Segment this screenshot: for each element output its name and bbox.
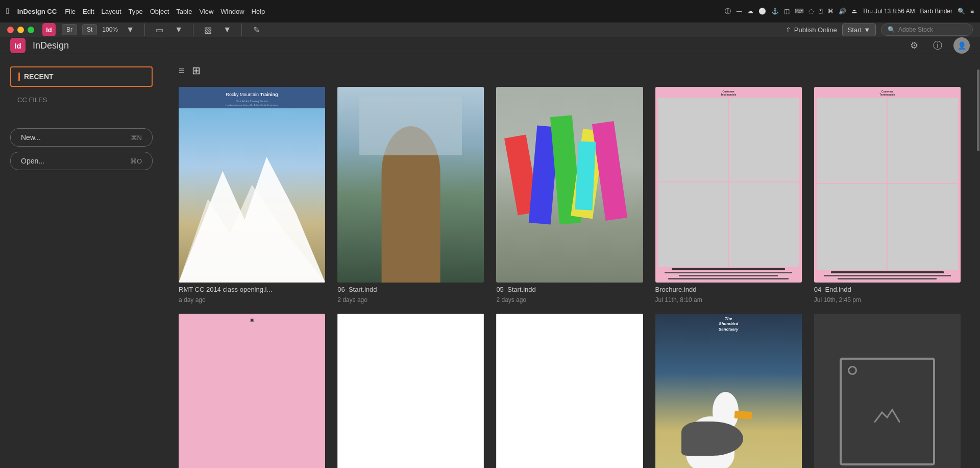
file-item[interactable]: Magazine.indd Jul 10th, 11:21 am (337, 314, 484, 468)
publish-online-label: Publish Online (794, 26, 837, 34)
stock-btn[interactable]: St (82, 24, 97, 35)
menu-edit[interactable]: Edit (83, 8, 94, 15)
menubar-cloud-icon: ☁ (747, 8, 753, 15)
file-grid: Rocky Mountain Training Your Adobe Train… (179, 87, 961, 468)
recent-label: RECENT (24, 73, 54, 81)
adobe-stock-search[interactable]: 🔍 Adobe Stock (881, 24, 973, 36)
new-label: New... (21, 133, 41, 142)
layout-icon[interactable]: ▧ (201, 22, 215, 37)
toolbar-right: ⇧ Publish Online Start ▼ 🔍 Adobe Stock (786, 24, 973, 36)
app-title: InDesign (33, 40, 69, 51)
user-avatar[interactable]: 👤 (953, 37, 970, 54)
grid-view-btn[interactable]: ⊞ (192, 64, 201, 77)
id-logo-small: Id (42, 23, 56, 36)
menubar-question-icon: ⓘ (725, 7, 731, 16)
close-button[interactable] (7, 27, 14, 33)
file-name: 05_Start.indd (496, 286, 643, 293)
file-name: 04_End.indd (814, 286, 961, 293)
id-logo-large: Id (10, 38, 26, 53)
menu-file[interactable]: File (65, 8, 76, 15)
layout-dropdown[interactable]: ▼ (220, 22, 234, 37)
sep2 (193, 24, 193, 36)
menubar-battery-icon: ⏏ (851, 8, 857, 15)
file-name: 06_Start.indd (337, 286, 484, 293)
app-name[interactable]: InDesign CC (17, 8, 57, 15)
file-thumbnail: TheShorebirdSanctuary (655, 314, 802, 468)
zoom-dropdown[interactable]: ▼ (123, 22, 137, 37)
menu-type[interactable]: Type (129, 8, 143, 15)
file-item[interactable]: Rocky Mountain Training Your Adobe Train… (179, 87, 325, 303)
file-name: RMT CC 2014 class opening.i... (179, 286, 325, 293)
scrollbar[interactable] (976, 54, 980, 468)
open-btn[interactable]: Open... ⌘O (10, 152, 153, 170)
menubar-right: ⓘ ⸻ ☁ ⚪ ⚓ ◫ ⌨ ◌ ⍞ ⌘ 🔊 ⏏ Thu Jul 13 8:56 … (725, 7, 974, 16)
file-name: Brochure.indd (655, 286, 802, 293)
menubar-bookmark-icon: ⚓ (771, 8, 779, 15)
file-item[interactable]: TheShorebirdSanctuary (655, 314, 802, 468)
file-item[interactable]: CustomerTestimonials 04 (814, 87, 961, 303)
start-chevron: ▼ (864, 26, 870, 34)
file-thumbnail (496, 87, 643, 283)
menubar-volume-icon: 🔊 (839, 8, 846, 15)
menubar-time: Thu Jul 13 8:56 AM (862, 8, 915, 15)
menubar-search-icon[interactable]: 🔍 (958, 8, 965, 15)
search-icon: 🔍 (888, 26, 895, 33)
scroll-thumb[interactable] (977, 69, 979, 151)
maximize-button[interactable] (28, 27, 34, 33)
publish-online-btn[interactable]: ⇧ Publish Online (786, 26, 837, 34)
start-dropdown[interactable]: Start ▼ (842, 24, 876, 36)
menubar-monitor-icon: ⌨ (795, 8, 803, 15)
content-wrapper: RECENT CC FILES New... ⌘N Open... ⌘O ≡ ⊞ (0, 54, 980, 468)
zoom-level[interactable]: 100% (102, 26, 118, 33)
menubar-bluetooth-icon: ⍞ (819, 8, 822, 15)
file-thumbnail: CustomerTestimonials (814, 87, 961, 283)
file-thumbnail (337, 314, 484, 468)
minimize-button[interactable] (17, 27, 24, 33)
file-item[interactable]: ▣ 04_Start.indd Jul 10th (179, 314, 325, 468)
open-shortcut: ⌘O (130, 157, 142, 165)
settings-icon[interactable]: ⚙ (906, 38, 922, 53)
header-right: ⚙ ⓘ 👤 (906, 37, 970, 54)
file-date: 2 days ago (496, 296, 643, 303)
menubar-screen-icon: ◫ (784, 8, 790, 15)
open-label: Open... (21, 157, 44, 165)
file-item[interactable]: 26-4.indb Jul 6th, 2:40 pm (814, 314, 961, 468)
file-item[interactable]: 03_End.indd Jul 10th, 10:55 am (496, 314, 643, 468)
menubar-clock-icon: ◌ (808, 8, 814, 15)
pen-icon[interactable]: ✎ (249, 22, 263, 37)
sep1 (144, 24, 145, 36)
menu-items: File Edit Layout Type Object Table View … (65, 8, 265, 15)
new-btn[interactable]: New... ⌘N (10, 128, 153, 147)
file-date: a day ago (179, 296, 325, 303)
file-item[interactable]: 05_Start.indd 2 days ago (496, 87, 643, 303)
menubar-dropbox-icon: ⸻ (736, 8, 742, 15)
menubar-user[interactable]: Barb Binder (920, 8, 952, 15)
traffic-lights (7, 27, 34, 33)
help-icon[interactable]: ⓘ (930, 38, 945, 53)
menu-view[interactable]: View (199, 8, 213, 15)
bridge-btn[interactable]: Br (62, 24, 77, 35)
menubar-circle-icon: ⚪ (758, 8, 766, 15)
menu-object[interactable]: Object (150, 8, 169, 15)
frame-type-icon[interactable]: ▭ (152, 22, 166, 37)
menu-table[interactable]: Table (176, 8, 192, 15)
cc-files-btn[interactable]: CC FILES (10, 92, 153, 108)
recent-btn[interactable]: RECENT (10, 66, 153, 87)
menu-window[interactable]: Window (220, 8, 244, 15)
new-shortcut: ⌘N (131, 134, 142, 142)
menubar-list-icon[interactable]: ≡ (970, 8, 974, 15)
menu-layout[interactable]: Layout (102, 8, 121, 15)
start-label: Start (848, 26, 862, 34)
file-thumbnail: Rocky Mountain Training Your Adobe Train… (179, 87, 325, 283)
file-item[interactable]: 06_Start.indd 2 days ago (337, 87, 484, 303)
frame-dropdown[interactable]: ▼ (172, 22, 186, 37)
list-view-btn[interactable]: ≡ (179, 65, 185, 77)
menu-help[interactable]: Help (252, 8, 265, 15)
file-date: Jul 10th, 2:45 pm (814, 296, 961, 303)
file-item[interactable]: CustomerTestimonials (655, 87, 802, 303)
file-thumbnail (814, 314, 961, 468)
toolbar: Id Br St 100% ▼ ▭ ▼ ▧ ▼ ✎ ⇧ Publish Onli… (0, 22, 980, 37)
apple-icon[interactable]:  (6, 7, 9, 16)
file-date: Jul 11th, 8:10 am (655, 296, 802, 303)
indesign-header: Id InDesign ⚙ ⓘ 👤 (0, 37, 980, 54)
